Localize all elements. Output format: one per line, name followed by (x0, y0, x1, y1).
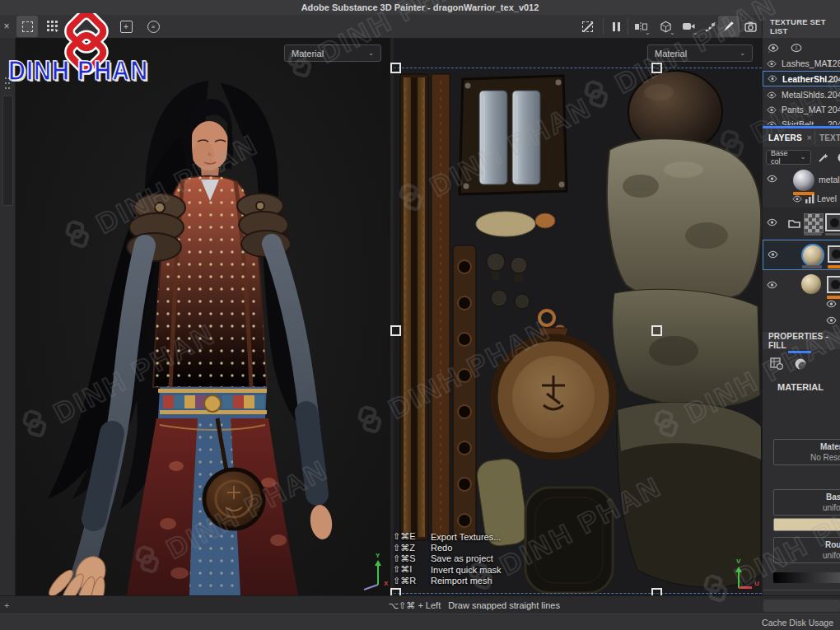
texture-set-row[interactable]: MetalShlds... 2048 (763, 87, 840, 102)
texture-set-row[interactable]: Lashes_MAT 128 (763, 56, 840, 71)
shortcut-keys: ⇧⌘S (393, 553, 431, 564)
layer-row-fill-selected[interactable] (763, 240, 840, 270)
uv-transform-handle[interactable] (651, 63, 662, 73)
chevron-down-icon: ⌄ (645, 30, 651, 35)
tab-texture[interactable]: TEXTU (812, 133, 840, 142)
material-sphere-thumbnail[interactable] (801, 274, 821, 294)
shortcut-keys: ⇧⌘Z (393, 543, 431, 553)
screenshot-button[interactable] (741, 18, 759, 35)
texture-set-row[interactable]: Pants_MAT 2048 (763, 102, 840, 117)
base-color-swatch[interactable] (773, 518, 840, 531)
eye-icon[interactable] (767, 121, 777, 126)
shading-mode-value: Material (655, 49, 687, 58)
mask-thumbnail[interactable] (828, 245, 840, 263)
layer-channel-bar (804, 233, 822, 236)
layer-effect-row-levels[interactable]: Level (763, 193, 840, 206)
viewport-3d[interactable] (15, 38, 390, 595)
marquee-select-tool-button[interactable] (16, 16, 38, 37)
layer-row-metal[interactable]: metal (763, 166, 840, 194)
gizmo-v-label: V (736, 558, 740, 565)
eye-icon[interactable] (767, 218, 777, 226)
layer-row-folder[interactable] (763, 208, 840, 239)
pause-engine-button[interactable] (608, 18, 624, 35)
material-sphere-icon (794, 357, 807, 371)
texture-set-name: MetalShlds... (782, 90, 832, 100)
uv-transform-handle[interactable] (651, 325, 662, 336)
view-3d-button[interactable]: ⌄ (656, 17, 675, 35)
roughness-label: Roughness (825, 540, 840, 549)
base-color-mode: uniform (823, 503, 840, 512)
properties-title: PROPERTIES - FILL (768, 332, 840, 350)
brand-text: DINH PHAN (8, 56, 148, 86)
axis-gizmo-2d: V U (731, 560, 759, 593)
viewport-splitter[interactable] (390, 38, 394, 595)
gizmo-y-label: Y (376, 552, 380, 559)
uv-transform-handle[interactable] (390, 325, 401, 336)
layer-row-fill[interactable] (763, 271, 840, 301)
texture-set-resolution: 2048 (828, 119, 840, 125)
material-resource-selector[interactable]: Material No Resource (773, 439, 840, 465)
symmetry-button[interactable]: ⌄ (631, 18, 651, 35)
belt (158, 387, 267, 418)
solo-visibility-icon[interactable]: 1 (791, 44, 802, 53)
eye-icon[interactable] (768, 250, 778, 259)
shading-mode-select-3d[interactable]: Material ⌄ (284, 44, 381, 62)
roughness-gradient-slider[interactable] (773, 572, 840, 583)
effect-name: Level (817, 194, 837, 203)
texture-set-row-selected[interactable]: LeatherShl... 2048 (763, 71, 840, 86)
eye-icon[interactable] (792, 195, 802, 203)
camera-view-button[interactable]: ⌄ (679, 18, 698, 35)
visibility-all-icon[interactable] (768, 44, 779, 53)
shortcut-hints-overlay: ⇧⌘EExport Textures... ⇧⌘ZRedo ⇧⌘SSave as… (393, 531, 502, 586)
channel-filter-select[interactable]: Base col ⌄ (766, 150, 811, 165)
eye-icon[interactable] (767, 60, 777, 68)
reset-rotation-button[interactable]: × (145, 18, 161, 35)
left-dock-strip (0, 38, 16, 595)
wand-icon[interactable] (818, 152, 828, 163)
viewport-2d-uv[interactable] (394, 38, 762, 595)
plus-box-icon: + (120, 21, 133, 33)
shortcut-keys: ⇧⌘R (393, 576, 431, 586)
eye-icon[interactable] (826, 300, 837, 308)
base-color-selector[interactable]: Base Color uniform (773, 489, 840, 516)
eye-icon[interactable] (767, 106, 777, 114)
texture-set-name: SkirtBelt... (782, 119, 821, 125)
mask-mode-icon[interactable] (834, 152, 840, 163)
eye-icon[interactable] (767, 91, 777, 99)
layer-channel-bar (828, 265, 840, 268)
texture-set-name: Lashes_MAT (782, 58, 832, 68)
material-sphere-thumbnail[interactable] (793, 170, 814, 191)
title-bar: Adobe Substance 3D Painter - dragonWarri… (0, 0, 840, 16)
warrior-character-render (15, 38, 390, 595)
tab-material[interactable] (790, 354, 810, 374)
eye-icon[interactable] (767, 281, 777, 289)
material-sphere-thumbnail[interactable] (801, 244, 824, 267)
dock-scrollbar[interactable] (2, 96, 13, 206)
eye-icon[interactable] (826, 316, 837, 324)
status-shortcut-keys: ⌥⇧⌘ + Left (388, 600, 441, 611)
status-panel-box (763, 600, 840, 612)
tab-layers[interactable]: LAYERS (763, 133, 802, 142)
paint-brush-tool-button[interactable] (718, 16, 740, 37)
eye-icon[interactable] (768, 75, 777, 82)
tab-fill-settings[interactable] (766, 353, 787, 373)
texture-set-row[interactable]: SkirtBelt... 2048 (763, 117, 840, 125)
checker-thumbnail[interactable] (804, 213, 824, 233)
uv-transform-handle[interactable] (390, 63, 401, 73)
uv-texture-atlas (394, 38, 762, 595)
shading-mode-select-2d[interactable]: Material ⌄ (647, 44, 753, 62)
layer-channel-bar (825, 233, 840, 236)
particles-tool-button[interactable] (702, 18, 718, 35)
mask-thumbnail[interactable] (825, 213, 840, 231)
layer-channel-bar (802, 265, 822, 268)
add-button[interactable]: + (118, 18, 134, 35)
mask-thumbnail[interactable] (827, 276, 840, 293)
gizmo-x-label: X (384, 580, 388, 587)
roughness-selector[interactable]: Roughness uniform (773, 537, 840, 563)
shortcut-row: ⇧⌘SSave as project (393, 553, 502, 564)
selection-off-button[interactable] (576, 16, 598, 36)
shading-mode-value: Material (292, 49, 324, 58)
close-panel-icon[interactable]: × (1, 18, 12, 35)
plus-icon[interactable]: + (4, 600, 9, 610)
eye-icon[interactable] (767, 175, 777, 183)
